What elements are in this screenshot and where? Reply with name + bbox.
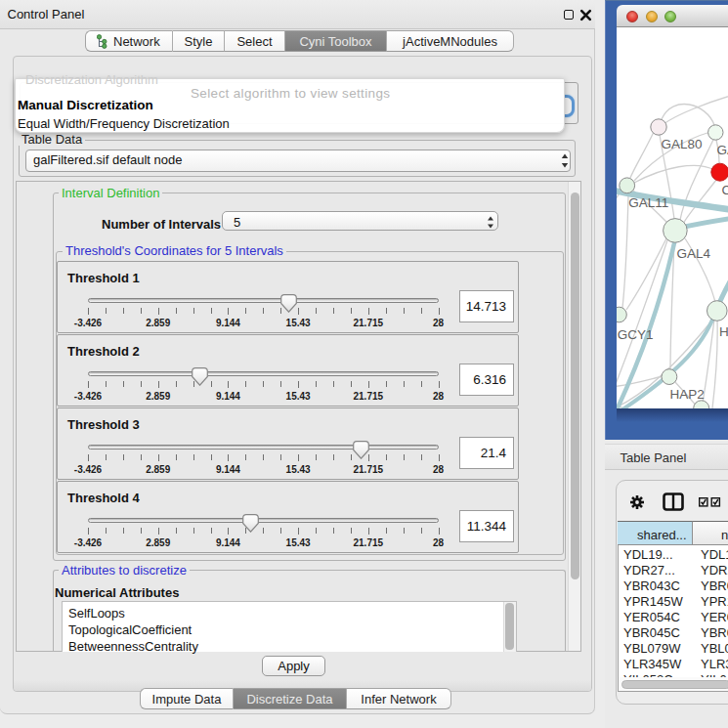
svg-text:HAP2: HAP2 xyxy=(670,387,705,402)
svg-text:C: C xyxy=(721,183,728,197)
svg-text:GAL11: GAL11 xyxy=(628,195,668,210)
svg-text:GAL80: GAL80 xyxy=(662,137,703,151)
svg-text:GAL4: GAL4 xyxy=(677,246,711,261)
svg-text:GA: GA xyxy=(716,143,728,157)
svg-text:H: H xyxy=(719,324,728,339)
svg-text:GCY1: GCY1 xyxy=(618,327,654,342)
